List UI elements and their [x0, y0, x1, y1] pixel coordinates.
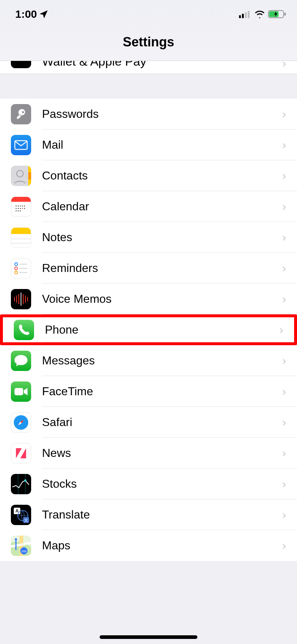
chevron-right-icon: ›	[282, 169, 286, 182]
svg-rect-6	[284, 13, 286, 16]
settings-row-phone[interactable]: Phone ›	[0, 314, 297, 345]
settings-row-label: FaceTime	[42, 385, 282, 398]
svg-rect-5	[269, 11, 279, 17]
phone-icon	[14, 320, 34, 340]
messages-icon	[11, 351, 31, 371]
settings-row-label: Passwords	[42, 107, 282, 121]
chevron-right-icon: ›	[282, 138, 286, 152]
svg-rect-2	[245, 12, 247, 18]
status-left: 1:00	[15, 8, 48, 20]
cellular-icon	[239, 10, 251, 18]
stocks-icon	[11, 474, 31, 494]
page-title: Settings	[0, 34, 297, 50]
settings-row-label: Voice Memos	[42, 292, 282, 306]
battery-charging-icon	[268, 10, 286, 18]
svg-point-16	[24, 205, 25, 206]
settings-row-news[interactable]: News ›	[0, 438, 297, 468]
svg-point-17	[16, 208, 17, 209]
svg-rect-10	[28, 172, 31, 179]
settings-row-safari[interactable]: Safari ›	[0, 407, 297, 438]
chevron-right-icon: ›	[282, 539, 286, 552]
svg-text:文: 文	[24, 518, 28, 522]
svg-rect-0	[239, 15, 241, 18]
svg-point-12	[16, 205, 17, 206]
chevron-right-icon: ›	[282, 385, 286, 398]
settings-list: Passwords › Mail › Contacts › Calendar ›	[0, 99, 297, 561]
svg-point-20	[22, 208, 23, 209]
settings-row-label: Mail	[42, 138, 282, 152]
chevron-right-icon: ›	[282, 446, 286, 460]
settings-row-label: Maps	[42, 539, 282, 552]
chevron-right-icon: ›	[282, 107, 286, 121]
reminders-icon	[11, 258, 31, 278]
svg-point-19	[20, 208, 21, 209]
chevron-right-icon: ›	[282, 416, 286, 429]
svg-rect-11	[11, 197, 31, 202]
wifi-icon	[254, 10, 265, 18]
settings-row-label: Calendar	[42, 200, 282, 213]
svg-point-23	[18, 210, 19, 211]
chevron-right-icon: ›	[282, 231, 286, 244]
settings-row-calendar[interactable]: Calendar ›	[0, 191, 297, 222]
svg-rect-1	[242, 14, 244, 18]
status-bar: 1:00	[0, 0, 297, 22]
settings-row-label: Notes	[42, 231, 282, 244]
home-indicator[interactable]	[100, 635, 197, 639]
chevron-right-icon: ›	[282, 261, 286, 275]
settings-row-label: Safari	[42, 416, 282, 429]
mail-icon	[11, 135, 31, 155]
settings-row-contacts[interactable]: Contacts ›	[0, 160, 297, 191]
settings-row-label: News	[42, 446, 282, 460]
settings-row-messages[interactable]: Messages ›	[0, 345, 297, 376]
settings-row-label: Messages	[42, 354, 282, 367]
settings-row-reminders[interactable]: Reminders ›	[0, 253, 297, 284]
svg-point-15	[22, 205, 23, 206]
svg-point-8	[17, 170, 23, 177]
notes-icon	[11, 227, 31, 248]
voice-memos-icon	[11, 289, 31, 309]
svg-point-29	[15, 267, 18, 270]
maps-icon: 280	[11, 536, 31, 556]
key-icon	[11, 104, 31, 124]
calendar-icon	[11, 197, 31, 217]
status-right	[239, 10, 286, 18]
svg-point-24	[20, 210, 21, 211]
settings-row-passwords[interactable]: Passwords ›	[0, 99, 297, 129]
svg-point-28	[15, 263, 18, 265]
settings-row-facetime[interactable]: FaceTime ›	[0, 376, 297, 407]
facetime-icon	[11, 381, 31, 402]
chevron-right-icon: ›	[282, 61, 286, 70]
settings-row-voice-memos[interactable]: Voice Memos ›	[0, 284, 297, 314]
settings-row-maps[interactable]: 280 Maps ›	[0, 530, 297, 561]
chevron-right-icon: ›	[282, 354, 286, 367]
location-icon	[40, 10, 48, 18]
settings-row-notes[interactable]: Notes ›	[0, 222, 297, 253]
settings-row-label: Contacts	[42, 169, 282, 182]
settings-row-stocks[interactable]: Stocks ›	[0, 468, 297, 499]
svg-rect-41	[14, 388, 23, 395]
section-gap	[0, 74, 297, 99]
settings-row-label: Wallet & Apple Pay	[42, 61, 146, 69]
svg-text:A: A	[16, 508, 19, 513]
news-icon	[11, 443, 31, 463]
svg-rect-3	[248, 11, 250, 18]
chevron-right-icon: ›	[282, 200, 286, 213]
translate-icon: A文	[11, 505, 31, 525]
settings-row-label: Reminders	[42, 261, 282, 275]
contacts-icon	[11, 166, 31, 186]
status-time: 1:00	[15, 8, 37, 20]
settings-row-wallet[interactable]: Wallet & Apple Pay ›	[0, 61, 297, 74]
svg-point-45	[24, 479, 26, 482]
svg-point-21	[24, 208, 25, 209]
svg-point-13	[18, 205, 19, 206]
header: Settings	[0, 22, 297, 61]
chevron-right-icon: ›	[282, 508, 286, 521]
chevron-right-icon: ›	[279, 323, 283, 337]
settings-row-label: Stocks	[42, 477, 282, 491]
settings-row-translate[interactable]: A文 Translate ›	[0, 499, 297, 530]
chevron-right-icon: ›	[282, 477, 286, 491]
svg-point-30	[15, 271, 18, 274]
settings-row-mail[interactable]: Mail ›	[0, 129, 297, 160]
svg-text:280: 280	[21, 550, 26, 553]
settings-row-label: Phone	[45, 323, 279, 337]
